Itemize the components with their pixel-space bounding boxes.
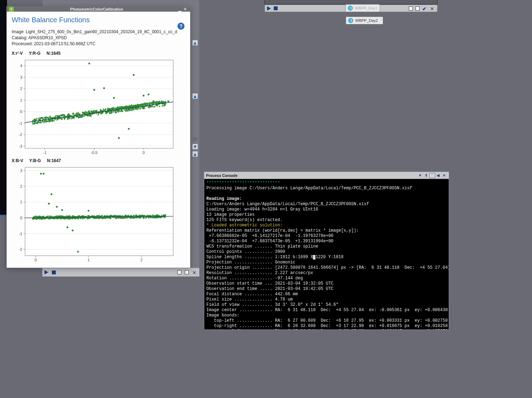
svg-rect-0 xyxy=(25,60,173,148)
svg-point-422 xyxy=(93,111,94,112)
svg-point-1146 xyxy=(163,215,165,216)
svg-text:0: 0 xyxy=(20,109,22,114)
svg-point-381 xyxy=(115,112,116,113)
svg-point-360 xyxy=(152,106,153,107)
svg-point-113 xyxy=(36,118,38,119)
svg-point-1214 xyxy=(86,217,88,219)
svg-point-511 xyxy=(60,115,61,116)
process-console-window: Process Console ▼ ⇕ □ ◀ ✕ **************… xyxy=(204,172,449,330)
apply-global-icon[interactable] xyxy=(52,271,56,274)
svg-text:-3: -3 xyxy=(19,144,22,148)
console-dropdown-button[interactable]: ▼ xyxy=(417,173,423,178)
new-instance-icon[interactable] xyxy=(409,6,413,11)
console-expand-button[interactable]: ⇕ xyxy=(423,173,429,178)
svg-text:2: 2 xyxy=(20,87,22,91)
svg-point-1221 xyxy=(98,215,100,217)
apply-icon[interactable] xyxy=(267,6,271,11)
svg-point-457 xyxy=(72,116,74,118)
reset-icon[interactable]: ✕ xyxy=(192,270,197,275)
svg-point-1242 xyxy=(77,251,79,253)
svg-point-420 xyxy=(88,111,90,112)
console-title: Process Console xyxy=(206,173,417,178)
app-icon: ✦ xyxy=(9,7,14,12)
svg-point-1085 xyxy=(139,217,140,219)
svg-point-623 xyxy=(133,74,134,76)
console-close-button[interactable]: ✕ xyxy=(441,173,447,178)
meta-image: Image: Light_SH2_275_600_0s_Bin1_gain90_… xyxy=(12,29,185,35)
svg-point-1142 xyxy=(152,215,153,216)
svg-point-1188 xyxy=(52,216,53,218)
svg-text:1: 1 xyxy=(87,258,90,262)
svg-point-621 xyxy=(118,137,120,139)
svg-point-628 xyxy=(152,101,154,102)
svg-point-1243 xyxy=(48,203,50,204)
svg-point-1245 xyxy=(87,210,89,212)
svg-point-459 xyxy=(35,123,36,124)
svg-point-479 xyxy=(90,111,91,112)
svg-point-613 xyxy=(155,102,156,104)
section-collapse-arrow[interactable]: ▲ xyxy=(192,40,198,46)
svg-point-1225 xyxy=(109,216,110,218)
reset-icon[interactable]: ✕ xyxy=(430,6,435,11)
svg-point-1194 xyxy=(60,218,62,220)
console-titlebar[interactable]: Process Console ▼ ⇕ □ ◀ ✕ xyxy=(204,172,449,179)
svg-point-1209 xyxy=(80,218,81,219)
chart1-n: N:1645 xyxy=(47,51,60,56)
svg-point-522 xyxy=(81,116,83,118)
chart1-label: X:r'-V Y:R-G N:1645 xyxy=(12,51,185,56)
chart1-x: X:r'-V xyxy=(12,51,23,56)
svg-point-534 xyxy=(131,108,132,109)
chart1-y: Y:R-G xyxy=(29,51,41,56)
docs-icon[interactable] xyxy=(416,6,419,11)
svg-point-1066 xyxy=(131,218,132,219)
svg-point-1170 xyxy=(123,217,125,218)
svg-point-506 xyxy=(139,107,141,108)
meta-block: Image: Light_SH2_275_600_0s_Bin1_gain90_… xyxy=(12,29,185,47)
close-button[interactable]: ✕ xyxy=(182,7,188,12)
docs-icon[interactable] xyxy=(185,270,189,274)
svg-point-627 xyxy=(113,97,115,99)
svg-point-1157 xyxy=(134,217,135,219)
svg-point-1189 xyxy=(53,217,55,219)
svg-point-108 xyxy=(53,120,55,121)
check-icon[interactable]: ✔ xyxy=(422,6,427,11)
dock-handle-icon[interactable]: :: xyxy=(380,18,382,21)
svg-point-504 xyxy=(40,121,41,123)
svg-point-526 xyxy=(158,101,160,102)
console-back-button[interactable]: ◀ xyxy=(435,173,441,178)
section-collapse-arrow[interactable]: ▲ xyxy=(192,93,198,99)
refresh-icon[interactable]: ⟳ xyxy=(192,136,198,142)
svg-point-474 xyxy=(117,111,119,113)
console-maximize-button[interactable]: □ xyxy=(429,173,435,178)
wbpp-day1-tab[interactable]: WBPP_Day1 xyxy=(345,4,380,12)
svg-text:0: 0 xyxy=(35,258,37,262)
svg-point-1237 xyxy=(43,173,44,175)
svg-point-624 xyxy=(147,94,149,95)
wbpp-day2-tab[interactable]: WBPP_Day2 :: xyxy=(346,17,383,24)
help-button[interactable]: ? xyxy=(177,23,185,30)
new-instance-icon[interactable] xyxy=(177,270,181,274)
svg-point-552 xyxy=(49,120,50,122)
svg-point-548 xyxy=(97,114,99,115)
background-pcc-toolbar: ✕ xyxy=(42,268,199,277)
window-title: PhotometricColorCalibration xyxy=(17,7,177,11)
svg-point-549 xyxy=(141,107,143,109)
svg-point-1176 xyxy=(36,218,37,220)
svg-point-546 xyxy=(56,115,58,117)
apply-icon[interactable] xyxy=(44,270,48,274)
svg-point-618 xyxy=(167,101,169,102)
section-expand-arrow[interactable]: ▼ xyxy=(192,144,198,149)
pcc-titlebar[interactable]: ✦ PhotometricColorCalibration ▁ ✕ xyxy=(7,7,190,12)
svg-text:-1: -1 xyxy=(43,150,47,155)
svg-point-536 xyxy=(67,115,68,116)
svg-point-609 xyxy=(147,103,149,105)
svg-point-1227 xyxy=(114,215,116,217)
svg-point-1093 xyxy=(115,218,117,219)
section-collapse-arrow[interactable]: ▲ xyxy=(192,151,198,157)
svg-text:1: 1 xyxy=(20,98,22,102)
minimize-button[interactable]: ▁ xyxy=(177,7,182,12)
svg-point-531 xyxy=(156,101,158,102)
svg-point-556 xyxy=(68,117,70,118)
apply-global-icon[interactable] xyxy=(274,6,278,10)
svg-point-75 xyxy=(162,105,163,107)
